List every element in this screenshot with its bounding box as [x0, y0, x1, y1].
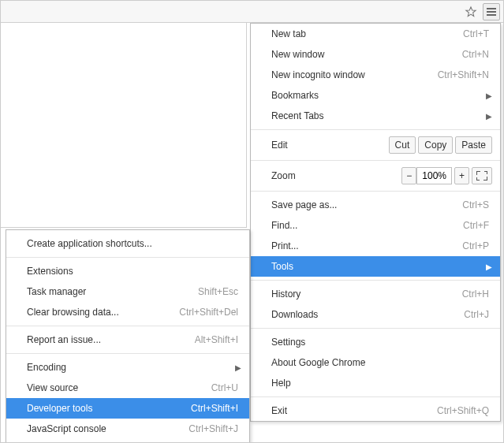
- page-content-area: [1, 23, 247, 228]
- menu-shortcut: Ctrl+H: [462, 289, 489, 300]
- menu-label: Edit: [271, 140, 386, 151]
- menu-label: Zoom: [271, 170, 399, 181]
- menu-label: History: [271, 289, 462, 300]
- menu-shortcut: Ctrl+Shift+J: [189, 423, 238, 434]
- menu-new-incognito[interactable]: New incognito window Ctrl+Shift+N: [251, 65, 500, 85]
- menu-separator: [251, 280, 500, 281]
- menu-label: Bookmarks: [271, 90, 489, 101]
- menu-label: Downloads: [271, 309, 464, 320]
- menu-separator: [6, 353, 249, 354]
- menu-label: Exit: [271, 405, 437, 416]
- menu-label: Developer tools: [27, 403, 191, 414]
- chevron-right-icon: ▶: [235, 363, 241, 372]
- toolbar: [1, 1, 503, 23]
- svg-marker-0: [466, 6, 476, 16]
- fullscreen-button[interactable]: [472, 167, 492, 184]
- submenu-developer-tools[interactable]: Developer tools Ctrl+Shift+I: [6, 398, 249, 419]
- menu-tools[interactable]: Tools ▶: [251, 256, 500, 277]
- hamburger-menu-icon[interactable]: [483, 3, 500, 20]
- fullscreen-icon: [476, 171, 487, 181]
- menu-shortcut: Ctrl+P: [462, 240, 489, 251]
- menu-label: Encoding: [27, 362, 238, 373]
- copy-button[interactable]: Copy: [418, 136, 453, 154]
- menu-label: JavaScript console: [27, 423, 189, 434]
- menu-separator: [6, 326, 249, 326]
- menu-label: Settings: [271, 337, 489, 348]
- menu-label: Print...: [271, 240, 462, 251]
- menu-label: Tools: [271, 261, 489, 272]
- submenu-task-manager[interactable]: Task manager Shift+Esc: [6, 281, 249, 302]
- menu-new-window[interactable]: New window Ctrl+N: [251, 44, 500, 65]
- menu-save-as[interactable]: Save page as... Ctrl+S: [251, 195, 500, 215]
- menu-label: Find...: [271, 220, 463, 231]
- menu-label: Extensions: [27, 266, 238, 277]
- submenu-inspect-devices[interactable]: Inspect devices: [6, 439, 249, 443]
- menu-separator: [251, 129, 500, 130]
- submenu-clear-data[interactable]: Clear browsing data... Ctrl+Shift+Del: [6, 302, 249, 322]
- menu-shortcut: Ctrl+F: [463, 220, 489, 231]
- menu-exit[interactable]: Exit Ctrl+Shift+Q: [251, 400, 500, 421]
- submenu-encoding[interactable]: Encoding ▶: [6, 357, 249, 378]
- menu-separator: [6, 257, 249, 258]
- menu-shortcut: Ctrl+U: [211, 382, 238, 393]
- menu-recent-tabs[interactable]: Recent Tabs ▶: [251, 106, 500, 126]
- menu-about[interactable]: About Google Chrome: [251, 352, 500, 373]
- zoom-out-button[interactable]: −: [401, 167, 416, 184]
- menu-label: Save page as...: [271, 199, 462, 210]
- menu-downloads[interactable]: Downloads Ctrl+J: [251, 304, 500, 325]
- menu-separator: [251, 191, 500, 192]
- submenu-extensions[interactable]: Extensions: [6, 261, 249, 281]
- paste-button[interactable]: Paste: [455, 136, 492, 154]
- menu-separator: [251, 396, 500, 397]
- menu-shortcut: Ctrl+Shift+I: [191, 403, 238, 414]
- menu-label: About Google Chrome: [271, 357, 489, 368]
- menu-shortcut: Ctrl+Shift+N: [438, 69, 489, 80]
- submenu-create-shortcuts[interactable]: Create application shortcuts...: [6, 233, 249, 254]
- menu-edit-row: Edit Cut Copy Paste: [251, 133, 500, 157]
- zoom-in-button[interactable]: +: [454, 167, 469, 184]
- menu-help[interactable]: Help: [251, 373, 500, 393]
- menu-label: Report an issue...: [27, 334, 195, 345]
- menu-find[interactable]: Find... Ctrl+F: [251, 215, 500, 236]
- chevron-right-icon: ▶: [486, 112, 492, 121]
- menu-label: Task manager: [27, 286, 198, 297]
- menu-print[interactable]: Print... Ctrl+P: [251, 236, 500, 256]
- menu-label: Recent Tabs: [271, 110, 489, 121]
- menu-zoom-row: Zoom − 100% +: [251, 164, 500, 188]
- menu-shortcut: Ctrl+J: [464, 309, 489, 320]
- menu-shortcut: Ctrl+Shift+Q: [437, 405, 489, 416]
- menu-label: Clear browsing data...: [27, 307, 179, 318]
- menu-shortcut: Ctrl+T: [463, 28, 489, 39]
- menu-shortcut: Ctrl+Shift+Del: [179, 307, 238, 318]
- submenu-js-console[interactable]: JavaScript console Ctrl+Shift+J: [6, 419, 249, 439]
- menu-label: New tab: [271, 28, 463, 39]
- menu-label: Help: [271, 378, 489, 389]
- tools-submenu: Create application shortcuts... Extensio…: [6, 229, 250, 443]
- svg-rect-2: [487, 11, 496, 13]
- menu-label: View source: [27, 382, 211, 393]
- menu-shortcut: Shift+Esc: [198, 286, 238, 297]
- main-menu: New tab Ctrl+T New window Ctrl+N New inc…: [250, 23, 501, 422]
- menu-label: New incognito window: [271, 69, 438, 80]
- chevron-right-icon: ▶: [486, 262, 492, 271]
- menu-history[interactable]: History Ctrl+H: [251, 284, 500, 304]
- svg-rect-3: [487, 14, 496, 16]
- chevron-right-icon: ▶: [486, 91, 492, 100]
- menu-settings[interactable]: Settings: [251, 332, 500, 352]
- menu-separator: [251, 328, 500, 329]
- menu-shortcut: Alt+Shift+I: [195, 334, 238, 345]
- menu-label: Create application shortcuts...: [27, 238, 238, 249]
- menu-new-tab[interactable]: New tab Ctrl+T: [251, 24, 500, 44]
- menu-shortcut: Ctrl+N: [462, 49, 489, 60]
- bookmark-star-icon[interactable]: [462, 3, 480, 20]
- menu-bookmarks[interactable]: Bookmarks ▶: [251, 85, 500, 106]
- zoom-value: 100%: [416, 167, 452, 184]
- submenu-report-issue[interactable]: Report an issue... Alt+Shift+I: [6, 329, 249, 350]
- svg-rect-1: [487, 8, 496, 9]
- cut-button[interactable]: Cut: [389, 136, 416, 154]
- menu-label: New window: [271, 49, 462, 60]
- menu-separator: [251, 160, 500, 161]
- submenu-view-source[interactable]: View source Ctrl+U: [6, 378, 249, 398]
- menu-shortcut: Ctrl+S: [462, 199, 489, 210]
